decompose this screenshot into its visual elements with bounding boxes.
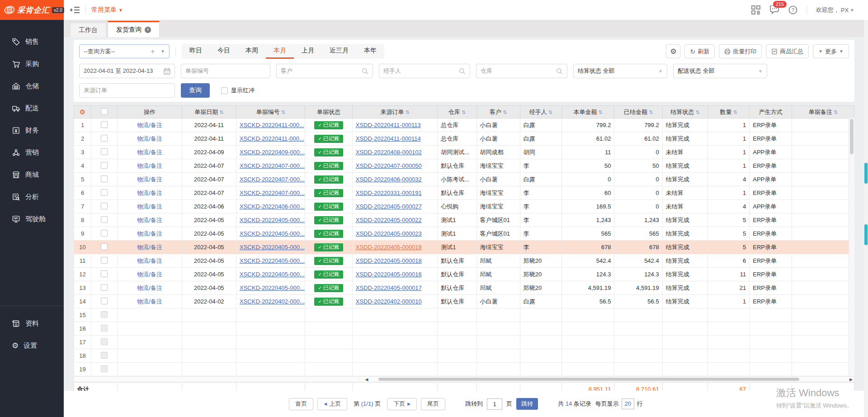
column-settings-gear-icon[interactable]: ⚙	[80, 108, 85, 116]
next-page-button[interactable]: 下页▶	[387, 398, 417, 410]
jump-button[interactable]: 跳转	[516, 398, 538, 410]
sidebar-item-9[interactable]: 驾驶舱	[0, 208, 64, 230]
source-order-link[interactable]: XSDD-20220405-000018	[356, 257, 422, 264]
logistics-remark-link[interactable]: 物流/备注	[137, 284, 162, 291]
close-tab-icon[interactable]: ×	[145, 27, 151, 33]
商品汇总-button[interactable]: 商品汇总	[766, 44, 809, 58]
批量打印-button[interactable]: 批量打印	[719, 44, 762, 58]
sidebar-item-1[interactable]: 销售	[0, 31, 64, 53]
horizontal-scroll-thumb[interactable]	[378, 378, 800, 381]
column-header-已结金额[interactable]: 已结金额⇅	[614, 106, 662, 118]
logistics-remark-link[interactable]: 物流/备注	[137, 217, 162, 223]
sort-icon[interactable]: ⇅	[733, 109, 737, 115]
sort-icon[interactable]: ⇅	[834, 109, 838, 115]
bill-code-link[interactable]: XSCKD-20220402-000...	[240, 298, 305, 305]
bill-code-link[interactable]: XSCKD-20220411-000...	[240, 122, 304, 128]
user-menu[interactable]: 欢迎您， PX ▼	[816, 6, 854, 14]
range-tab-4[interactable]: 本月	[266, 44, 294, 59]
scroll-left-icon[interactable]: ◀	[365, 377, 368, 382]
source-order-link[interactable]: XSDD-20220405-000019	[356, 244, 422, 251]
warehouse-input[interactable]: 仓库	[476, 64, 567, 78]
column-header-本单金额[interactable]: 本单金额⇅	[562, 106, 614, 118]
source-order-link[interactable]: XSDD-20220405-000022	[356, 217, 422, 223]
row-checkbox[interactable]	[101, 270, 108, 277]
bill-code-link[interactable]: XSCKD-20220407-000...	[240, 190, 305, 196]
per-page-input[interactable]: 20	[622, 398, 634, 409]
bill-code-link[interactable]: XSCKD-20220406-000...	[240, 203, 305, 210]
row-checkbox[interactable]	[101, 148, 108, 155]
logistics-remark-link[interactable]: 物流/备注	[137, 203, 162, 210]
bill-code-link[interactable]: XSCKD-20220405-000...	[240, 271, 305, 278]
sort-icon[interactable]: ⇅	[649, 109, 653, 115]
source-order-link[interactable]: XSDD-20220405-000017	[356, 284, 422, 291]
sidebar-bottom-item-2[interactable]: ⚙设置	[0, 335, 64, 357]
logistics-remark-link[interactable]: 物流/备注	[137, 176, 162, 183]
range-tab-2[interactable]: 今日	[210, 44, 238, 59]
sort-icon[interactable]: ⇅	[695, 109, 699, 115]
source-order-link[interactable]: XSDD-20220411-000113	[356, 122, 421, 128]
sidebar-item-2[interactable]: 采购	[0, 53, 64, 75]
logistics-remark-link[interactable]: 物流/备注	[137, 257, 162, 264]
column-header-单据备注[interactable]: 单据备注⇅	[792, 106, 854, 118]
logistics-remark-link[interactable]: 物流/备注	[137, 230, 162, 237]
apps-grid-icon[interactable]	[751, 5, 760, 14]
sidebar-bottom-item-1[interactable]: 资料	[0, 313, 64, 335]
column-header-单据编号[interactable]: 单据编号⇅	[236, 106, 305, 118]
row-checkbox[interactable]	[101, 257, 108, 264]
row-checkbox[interactable]	[101, 203, 108, 209]
bill-code-link[interactable]: XSCKD-20220411-000...	[240, 135, 304, 142]
column-header-经手人[interactable]: 经手人⇅	[520, 106, 561, 118]
range-tab-1[interactable]: 昨日	[182, 44, 210, 59]
row-checkbox[interactable]	[101, 311, 108, 318]
sort-icon[interactable]: ⇅	[503, 109, 507, 115]
row-checkbox[interactable]	[101, 284, 108, 291]
date-range-input[interactable]: 2022-04-01 至 2022-04-13	[79, 64, 175, 78]
row-checkbox[interactable]	[101, 325, 108, 332]
bill-no-input[interactable]: 单据编号	[181, 64, 270, 78]
settle-status-select[interactable]: 结算状态 全部▼	[573, 64, 667, 78]
delivery-status-select[interactable]: 配送状态 全部▼	[673, 64, 767, 78]
vertical-scroll-thumb[interactable]	[850, 119, 854, 154]
select-all-checkbox[interactable]	[101, 108, 108, 115]
row-checkbox[interactable]	[101, 352, 108, 359]
common-menu-dropdown[interactable]: 常用菜单 ▼	[91, 6, 123, 14]
source-order-link[interactable]: XSDD-20220331-000191	[356, 190, 422, 196]
logistics-remark-link[interactable]: 物流/备注	[137, 149, 162, 156]
vertical-scrollbar[interactable]	[849, 118, 854, 376]
source-order-link[interactable]: XSDD-20220405-000027	[356, 203, 422, 210]
last-page-button[interactable]: 尾页	[421, 398, 445, 410]
row-checkbox[interactable]	[101, 175, 108, 182]
handler-input[interactable]: 经手人	[379, 64, 470, 78]
range-tab-6[interactable]: 近三月	[322, 44, 356, 59]
刷新-button[interactable]: ↻刷新	[684, 44, 715, 58]
sidebar-item-6[interactable]: 营销	[0, 142, 64, 164]
row-checkbox[interactable]	[101, 189, 108, 196]
help-icon[interactable]: ?	[788, 5, 797, 14]
prev-page-button[interactable]: ◀上页	[317, 398, 347, 410]
bill-code-link[interactable]: XSCKD-20220405-000...	[240, 284, 305, 291]
sort-icon[interactable]: ⇅	[462, 109, 466, 115]
bill-code-link[interactable]: XSCKD-20220405-000...	[240, 257, 305, 264]
logistics-remark-link[interactable]: 物流/备注	[137, 190, 162, 196]
source-order-link[interactable]: XSDD-20220408-000102	[356, 149, 422, 156]
logistics-remark-link[interactable]: 物流/备注	[137, 271, 162, 278]
logistics-remark-link[interactable]: 物流/备注	[137, 162, 162, 169]
show-red-checkbox[interactable]: 显示红冲	[221, 86, 255, 95]
source-order-link[interactable]: XSDD-20220406-000032	[356, 176, 422, 183]
row-checkbox[interactable]	[101, 121, 108, 128]
bill-code-link[interactable]: XSCKD-20220407-000...	[240, 162, 305, 169]
scroll-right-icon[interactable]: ▶	[849, 377, 853, 382]
sidebar-item-3[interactable]: 仓储	[0, 75, 64, 97]
source-order-input[interactable]: 来源订单	[79, 83, 175, 98]
sort-icon[interactable]: ⇅	[219, 109, 223, 115]
notifications-button[interactable]: 215	[769, 5, 779, 14]
column-header-来源订单[interactable]: 来源订单⇅	[352, 106, 438, 118]
bill-code-link[interactable]: XSCKD-20220405-000...	[240, 230, 305, 237]
column-header-客户[interactable]: 客户⇅	[476, 106, 520, 118]
add-scheme-icon[interactable]: ＋	[149, 47, 156, 56]
sidebar-item-4[interactable]: 配送	[0, 97, 64, 119]
range-tab-7[interactable]: 本年	[356, 44, 384, 59]
logistics-remark-link[interactable]: 物流/备注	[137, 298, 162, 305]
source-order-link[interactable]: XSDD-20220405-000023	[356, 230, 422, 237]
bill-code-link[interactable]: XSCKD-20220405-000...	[240, 244, 305, 251]
